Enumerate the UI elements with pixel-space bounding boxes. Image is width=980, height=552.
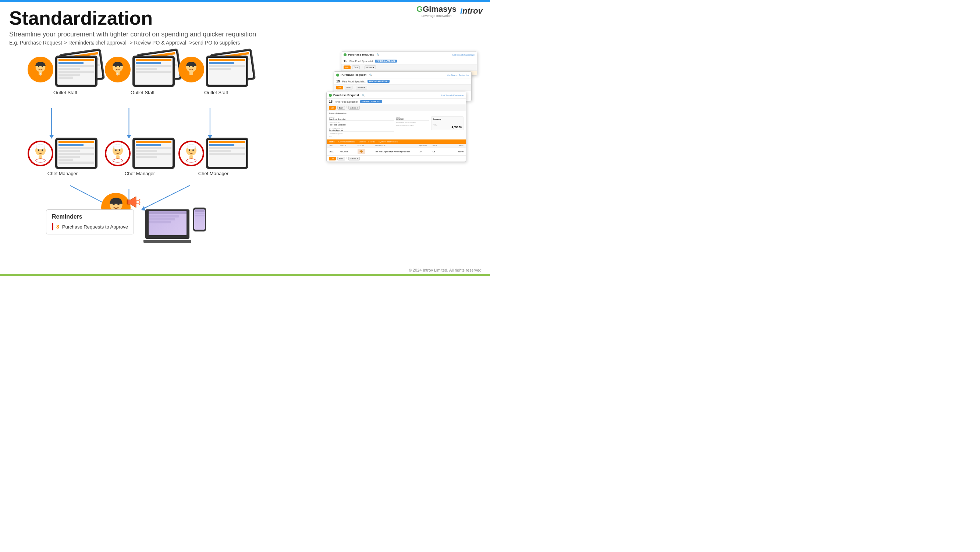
pr-tab-items[interactable]: Items: [329, 140, 335, 143]
logo-tagline: Leverage Innovation: [417, 14, 457, 18]
svg-point-18: [115, 66, 117, 67]
outlet-col1: Outlet Staff: [28, 51, 103, 95]
svg-point-45: [117, 203, 119, 205]
outlet-staff-1-avatar: [28, 57, 53, 83]
pr-actions-btn-2[interactable]: Actions ▾: [356, 86, 367, 89]
pr-number-2: 15: [336, 80, 340, 83]
reminders-text: Purchase Requests to Approve: [62, 224, 128, 230]
pr-card-footer: Edit Back | Actions ▾: [327, 155, 466, 161]
outlet-tablets-1: [55, 51, 103, 88]
pr-tab-related[interactable]: Related Records: [358, 140, 375, 143]
pr-waffle-icon: 🧇: [360, 150, 363, 153]
chef-1-avatar: [28, 140, 53, 166]
pr-back-btn-3[interactable]: Back: [337, 106, 345, 110]
svg-point-35: [119, 149, 120, 151]
pr-main-fields: VENDOR Fine Food Specialist VENDOR NAME …: [327, 116, 466, 139]
pr-footer-back[interactable]: Back: [337, 157, 345, 160]
pr-search-icon-2: 🔍: [369, 73, 372, 76]
pr-items-tabs: Items Communications Related Records Sys…: [327, 139, 466, 144]
outlet-staff-3-group: [178, 51, 254, 88]
svg-marker-11: [141, 206, 145, 211]
svg-point-44: [113, 203, 115, 205]
pr-icon-3: [329, 94, 332, 97]
pr-primary-label-3: Primary Information: [327, 111, 466, 116]
pr-badge-2: PENDING APPROVAL: [368, 80, 389, 83]
svg-point-22: [189, 66, 190, 67]
reminders-box: Reminders 8 Purchase Requests to Approve: [46, 209, 134, 235]
svg-point-34: [115, 149, 117, 151]
svg-rect-30: [39, 156, 42, 159]
laptop-mockup: [145, 209, 189, 239]
outlet-face-2: [108, 60, 128, 80]
outlet-tablets-2: [132, 51, 180, 88]
pr-edit-btn-3[interactable]: Edit: [329, 106, 336, 110]
pr-edit-btn-1[interactable]: Edit: [344, 65, 351, 69]
svg-line-51: [139, 199, 140, 200]
svg-point-19: [119, 66, 120, 67]
reminders-item: 8 Purchase Requests to Approve: [52, 223, 128, 230]
logo-gimasys-text: Gimasys: [423, 5, 457, 14]
svg-point-15: [41, 66, 43, 67]
pr-actions-btn-1[interactable]: Actions ▾: [364, 65, 376, 69]
pr-footer-edit[interactable]: Edit: [329, 157, 336, 160]
example-text: E.g. Purchase Request-> Reminder& chef a…: [9, 40, 481, 46]
bottom-border: [0, 274, 490, 276]
pr-tab-comms[interactable]: Communications: [339, 140, 355, 143]
pr-actions-btn-3[interactable]: Actions ▾: [348, 106, 360, 110]
pr-item-image: 🧇: [358, 149, 365, 154]
pr-actual-label: ACTUAL DELIVERY DATE: [396, 125, 429, 127]
megaphone-icon: [125, 195, 142, 211]
pr-date-val: 9/29/2022: [396, 118, 429, 121]
pr-vendor-3: Fine Food Specialist: [335, 101, 358, 103]
svg-point-28: [38, 149, 39, 151]
pr-tab-system[interactable]: System Information: [379, 140, 398, 143]
reminders-container: Reminders 8 Purchase Requests to Approve: [46, 209, 134, 235]
chef-col2: Chef Manager: [105, 138, 175, 176]
chef-3-avatar: [178, 140, 204, 166]
svg-point-14: [38, 66, 39, 67]
chef-1-label: Chef Manager: [28, 171, 97, 176]
outlet-staff-3-avatar: [178, 57, 204, 83]
pr-vendor-2: Fine Food Specialist: [342, 80, 365, 83]
pr-title-2: Purchase Request: [340, 73, 366, 77]
pr-item-unit: Ca: [433, 150, 446, 153]
subtitle: Streamline your procurement with tighter…: [9, 30, 481, 38]
pr-item-price: 435.00: [446, 150, 463, 153]
pr-search-icon: 🔍: [377, 53, 379, 56]
outlet-tablets-3: [206, 51, 254, 88]
pr-col-units: UNITS: [433, 145, 446, 147]
footer-text: © 2024 Introv Limited. All rights reserv…: [409, 268, 483, 272]
pr-back-btn-1[interactable]: Back: [352, 65, 360, 69]
pr-number-1: 15: [344, 59, 347, 63]
outlet-face-3: [181, 60, 202, 80]
svg-point-23: [192, 66, 194, 67]
pr-footer-actions[interactable]: Actions ▾: [348, 157, 360, 160]
pr-left-fields: VENDOR Fine Food Specialist VENDOR NAME …: [329, 116, 394, 139]
svg-line-52: [139, 204, 140, 205]
pr-badge-3: PENDING APPROVAL: [360, 100, 382, 103]
outlet-staff-2-group: [105, 51, 180, 88]
flow-diagram: Outlet Staff: [9, 51, 481, 235]
chef-face-1: [30, 143, 51, 163]
pr-item-no: 93100: [329, 150, 340, 153]
svg-point-49: [136, 200, 140, 204]
main-content: Standardization Streamline your procurem…: [0, 2, 490, 244]
pr-appr-val: Pending Approval: [329, 129, 394, 132]
svg-rect-48: [127, 200, 128, 204]
pr-col-picture: PICTURE: [358, 145, 375, 147]
outlet-staff-3-label: Outlet Staff: [178, 90, 254, 95]
pr-footer-divider: |: [347, 157, 347, 160]
chef-2-avatar: [105, 140, 130, 166]
pr-item-desc: The MM English Style Waffles 6pc*12Pack: [375, 150, 419, 153]
page-title: Standardization: [9, 8, 481, 29]
pr-urgent-label: URGENT REQUEST: [329, 133, 394, 135]
pr-po-label: PO #: [329, 136, 394, 138]
chef-col1: Chef Manager: [28, 138, 97, 176]
laptop-base: [143, 240, 191, 243]
pr-badge-1: PENDING APPROVAL: [375, 60, 396, 62]
pr-nav-3: List Search Customize: [441, 94, 463, 96]
pr-back-btn-2[interactable]: Back: [345, 86, 352, 89]
device-area: [145, 209, 191, 243]
logo-gimasys: GGimasys Leverage Innovation: [417, 5, 457, 18]
pr-edit-btn-2[interactable]: Edit: [336, 86, 343, 89]
